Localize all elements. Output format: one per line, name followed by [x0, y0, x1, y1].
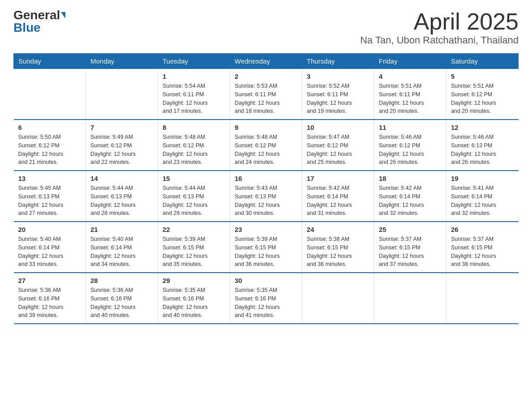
- day-info: Sunrise: 5:39 AM Sunset: 6:15 PM Dayligh…: [163, 235, 225, 269]
- logo-blue-text: Blue: [13, 21, 41, 34]
- day-info: Sunrise: 5:48 AM Sunset: 6:12 PM Dayligh…: [235, 133, 297, 167]
- day-info: Sunrise: 5:50 AM Sunset: 6:12 PM Dayligh…: [18, 133, 82, 167]
- calendar-cell: 19Sunrise: 5:41 AM Sunset: 6:14 PM Dayli…: [446, 171, 519, 222]
- calendar-cell: 5Sunrise: 5:51 AM Sunset: 6:12 PM Daylig…: [446, 69, 519, 120]
- week-row-4: 20Sunrise: 5:40 AM Sunset: 6:14 PM Dayli…: [14, 222, 519, 273]
- day-info: Sunrise: 5:46 AM Sunset: 6:12 PM Dayligh…: [379, 133, 442, 167]
- calendar-cell: [446, 273, 519, 324]
- day-number: 26: [451, 226, 514, 233]
- week-row-5: 27Sunrise: 5:36 AM Sunset: 6:16 PM Dayli…: [14, 273, 519, 324]
- day-info: Sunrise: 5:37 AM Sunset: 6:15 PM Dayligh…: [379, 235, 442, 269]
- page-header: General Blue April 2025 Na Tan, Ubon Rat…: [13, 9, 519, 46]
- weekday-header-row: SundayMondayTuesdayWednesdayThursdayFrid…: [14, 54, 519, 69]
- day-number: 14: [90, 175, 153, 182]
- calendar-cell: 3Sunrise: 5:52 AM Sunset: 6:11 PM Daylig…: [302, 69, 374, 120]
- day-number: 24: [307, 226, 369, 233]
- day-info: Sunrise: 5:44 AM Sunset: 6:13 PM Dayligh…: [90, 184, 153, 218]
- calendar-cell: 7Sunrise: 5:49 AM Sunset: 6:12 PM Daylig…: [86, 120, 158, 171]
- day-number: 10: [307, 124, 369, 131]
- day-number: 30: [235, 277, 297, 284]
- day-number: 8: [163, 124, 225, 131]
- calendar-cell: 2Sunrise: 5:53 AM Sunset: 6:11 PM Daylig…: [230, 69, 302, 120]
- calendar-cell: 23Sunrise: 5:39 AM Sunset: 6:15 PM Dayli…: [230, 222, 302, 273]
- calendar-cell: 18Sunrise: 5:42 AM Sunset: 6:14 PM Dayli…: [374, 171, 446, 222]
- day-info: Sunrise: 5:51 AM Sunset: 6:11 PM Dayligh…: [379, 82, 442, 116]
- day-number: 29: [163, 277, 225, 284]
- day-info: Sunrise: 5:35 AM Sunset: 6:16 PM Dayligh…: [163, 286, 225, 320]
- day-number: 7: [90, 124, 153, 131]
- weekday-header-monday: Monday: [86, 54, 158, 69]
- calendar-cell: 6Sunrise: 5:50 AM Sunset: 6:12 PM Daylig…: [14, 120, 86, 171]
- weekday-header-wednesday: Wednesday: [230, 54, 302, 69]
- day-info: Sunrise: 5:45 AM Sunset: 6:13 PM Dayligh…: [18, 184, 82, 218]
- day-number: 12: [451, 124, 514, 131]
- day-number: 22: [163, 226, 225, 233]
- day-info: Sunrise: 5:46 AM Sunset: 6:13 PM Dayligh…: [451, 133, 514, 167]
- calendar-cell: [374, 273, 446, 324]
- calendar-table: SundayMondayTuesdayWednesdayThursdayFrid…: [13, 53, 519, 324]
- day-number: 5: [451, 73, 514, 80]
- logo-arrow-icon: [61, 12, 65, 18]
- calendar-cell: 1Sunrise: 5:54 AM Sunset: 6:11 PM Daylig…: [158, 69, 230, 120]
- logo: General Blue: [13, 9, 65, 34]
- day-info: Sunrise: 5:42 AM Sunset: 6:14 PM Dayligh…: [307, 184, 369, 218]
- day-info: Sunrise: 5:49 AM Sunset: 6:12 PM Dayligh…: [90, 133, 153, 167]
- day-info: Sunrise: 5:35 AM Sunset: 6:16 PM Dayligh…: [235, 286, 297, 320]
- calendar-cell: 30Sunrise: 5:35 AM Sunset: 6:16 PM Dayli…: [230, 273, 302, 324]
- day-number: 15: [163, 175, 225, 182]
- weekday-header-friday: Friday: [374, 54, 446, 69]
- calendar-cell: 13Sunrise: 5:45 AM Sunset: 6:13 PM Dayli…: [14, 171, 86, 222]
- day-number: 27: [18, 277, 82, 284]
- weekday-header-sunday: Sunday: [14, 54, 86, 69]
- calendar-cell: 29Sunrise: 5:35 AM Sunset: 6:16 PM Dayli…: [158, 273, 230, 324]
- day-info: Sunrise: 5:38 AM Sunset: 6:15 PM Dayligh…: [307, 235, 369, 269]
- day-number: 21: [90, 226, 153, 233]
- day-info: Sunrise: 5:40 AM Sunset: 6:14 PM Dayligh…: [18, 235, 82, 269]
- calendar-cell: 9Sunrise: 5:48 AM Sunset: 6:12 PM Daylig…: [230, 120, 302, 171]
- day-info: Sunrise: 5:47 AM Sunset: 6:12 PM Dayligh…: [307, 133, 369, 167]
- calendar-cell: 24Sunrise: 5:38 AM Sunset: 6:15 PM Dayli…: [302, 222, 374, 273]
- week-row-3: 13Sunrise: 5:45 AM Sunset: 6:13 PM Dayli…: [14, 171, 519, 222]
- day-number: 19: [451, 175, 514, 182]
- day-info: Sunrise: 5:43 AM Sunset: 6:13 PM Dayligh…: [235, 184, 297, 218]
- day-info: Sunrise: 5:36 AM Sunset: 6:16 PM Dayligh…: [90, 286, 153, 320]
- day-number: 28: [90, 277, 153, 284]
- calendar-cell: 16Sunrise: 5:43 AM Sunset: 6:13 PM Dayli…: [230, 171, 302, 222]
- calendar-cell: 28Sunrise: 5:36 AM Sunset: 6:16 PM Dayli…: [86, 273, 158, 324]
- day-number: 6: [18, 124, 82, 131]
- calendar-cell: 15Sunrise: 5:44 AM Sunset: 6:13 PM Dayli…: [158, 171, 230, 222]
- day-info: Sunrise: 5:52 AM Sunset: 6:11 PM Dayligh…: [307, 82, 369, 116]
- calendar-cell: 22Sunrise: 5:39 AM Sunset: 6:15 PM Dayli…: [158, 222, 230, 273]
- day-info: Sunrise: 5:51 AM Sunset: 6:12 PM Dayligh…: [451, 82, 514, 116]
- calendar-cell: 17Sunrise: 5:42 AM Sunset: 6:14 PM Dayli…: [302, 171, 374, 222]
- calendar-cell: 11Sunrise: 5:46 AM Sunset: 6:12 PM Dayli…: [374, 120, 446, 171]
- day-number: 11: [379, 124, 442, 131]
- calendar-cell: 10Sunrise: 5:47 AM Sunset: 6:12 PM Dayli…: [302, 120, 374, 171]
- day-number: 4: [379, 73, 442, 80]
- calendar-cell: [86, 69, 158, 120]
- day-info: Sunrise: 5:44 AM Sunset: 6:13 PM Dayligh…: [163, 184, 225, 218]
- day-number: 23: [235, 226, 297, 233]
- day-number: 1: [163, 73, 225, 80]
- calendar-cell: 21Sunrise: 5:40 AM Sunset: 6:14 PM Dayli…: [86, 222, 158, 273]
- week-row-2: 6Sunrise: 5:50 AM Sunset: 6:12 PM Daylig…: [14, 120, 519, 171]
- day-number: 3: [307, 73, 369, 80]
- calendar-cell: 8Sunrise: 5:48 AM Sunset: 6:12 PM Daylig…: [158, 120, 230, 171]
- title-section: April 2025 Na Tan, Ubon Ratchathani, Tha…: [360, 9, 519, 46]
- day-info: Sunrise: 5:39 AM Sunset: 6:15 PM Dayligh…: [235, 235, 297, 269]
- day-info: Sunrise: 5:37 AM Sunset: 6:15 PM Dayligh…: [451, 235, 514, 269]
- day-number: 16: [235, 175, 297, 182]
- day-number: 13: [18, 175, 82, 182]
- day-number: 9: [235, 124, 297, 131]
- calendar-cell: [302, 273, 374, 324]
- day-info: Sunrise: 5:36 AM Sunset: 6:16 PM Dayligh…: [18, 286, 82, 320]
- month-title: April 2025: [360, 9, 519, 34]
- day-number: 18: [379, 175, 442, 182]
- day-info: Sunrise: 5:42 AM Sunset: 6:14 PM Dayligh…: [379, 184, 442, 218]
- calendar-cell: 12Sunrise: 5:46 AM Sunset: 6:13 PM Dayli…: [446, 120, 519, 171]
- day-info: Sunrise: 5:54 AM Sunset: 6:11 PM Dayligh…: [163, 82, 225, 116]
- weekday-header-thursday: Thursday: [302, 54, 374, 69]
- calendar-cell: [14, 69, 86, 120]
- location-title: Na Tan, Ubon Ratchathani, Thailand: [360, 34, 519, 46]
- calendar-cell: 4Sunrise: 5:51 AM Sunset: 6:11 PM Daylig…: [374, 69, 446, 120]
